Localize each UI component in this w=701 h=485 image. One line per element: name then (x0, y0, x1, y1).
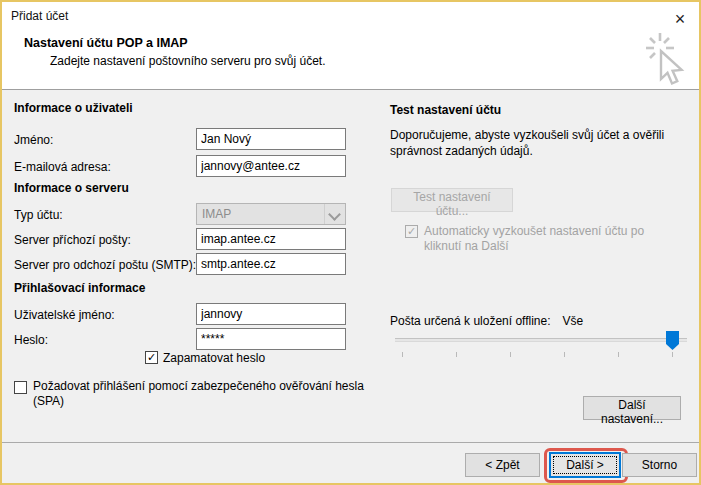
remember-password-label: Zapamatovat heslo (163, 351, 265, 366)
password-input[interactable] (196, 328, 346, 350)
name-label: Jméno: (14, 133, 53, 147)
account-type-value: IMAP (202, 207, 231, 221)
offline-slider-track[interactable] (395, 338, 687, 342)
cancel-button[interactable]: Storno (622, 453, 697, 477)
incoming-server-input[interactable] (196, 228, 346, 250)
cursor-sparkle-icon (633, 28, 693, 88)
auto-test-label: Automaticky vyzkoušet nastavení účtu po … (424, 224, 674, 254)
dialog-header: Přidat účet × Nastavení účtu POP a IMAP … (2, 2, 699, 90)
close-icon[interactable]: × (666, 6, 694, 30)
next-button[interactable]: Další > (549, 452, 621, 478)
section-test-settings: Test nastavení účtu (390, 103, 501, 117)
section-server-info: Informace o serveru (14, 181, 129, 195)
chevron-down-icon (328, 208, 341, 221)
outgoing-server-label: Server pro odchozí poštu (SMTP): (14, 258, 196, 272)
username-input[interactable] (196, 303, 346, 325)
slider-tick (672, 352, 673, 357)
incoming-server-label: Server příchozí pošty: (14, 233, 131, 247)
email-label: E-mailová adresa: (14, 160, 111, 174)
spa-checkbox[interactable] (14, 381, 27, 394)
account-type-select[interactable]: IMAP (196, 203, 346, 225)
back-button[interactable]: < Zpět (465, 453, 540, 477)
section-user-info: Informace o uživateli (14, 101, 133, 115)
offline-mail-label: Pošta určená k uložení offline:Vše (390, 314, 583, 328)
window-title: Přidat účet (11, 9, 68, 23)
email-input[interactable] (196, 155, 346, 177)
auto-test-checkbox[interactable]: ✓ (405, 225, 418, 238)
slider-tick (564, 352, 565, 357)
test-settings-button[interactable]: Test nastavení účtu... (391, 188, 513, 212)
section-login-info: Přihlašovací informace (14, 281, 145, 295)
footer-divider (2, 442, 699, 443)
test-settings-description: Doporučujeme, abyste vyzkoušeli svůj úče… (390, 127, 692, 159)
password-label: Heslo: (14, 333, 48, 347)
page-title: Nastavení účtu POP a IMAP (24, 36, 188, 50)
slider-tick (402, 352, 403, 357)
offline-mail-value: Vše (563, 314, 584, 328)
page-subtitle: Zadejte nastavení poštovního serveru pro… (50, 54, 326, 68)
slider-tick (456, 352, 457, 357)
slider-tick (618, 352, 619, 357)
outgoing-server-input[interactable] (196, 253, 346, 275)
offline-slider-thumb[interactable] (666, 331, 679, 350)
account-type-label: Typ účtu: (14, 208, 63, 222)
slider-tick (510, 352, 511, 357)
spa-label: Požadovat přihlášení pomocí zabezpečenéh… (33, 379, 368, 409)
name-input[interactable] (196, 128, 346, 150)
add-account-dialog: Přidat účet × Nastavení účtu POP a IMAP … (0, 0, 701, 485)
remember-password-checkbox[interactable]: ✓ (145, 351, 158, 364)
username-label: Uživatelské jméno: (14, 308, 115, 322)
more-settings-button[interactable]: Další nastavení... (583, 396, 681, 420)
